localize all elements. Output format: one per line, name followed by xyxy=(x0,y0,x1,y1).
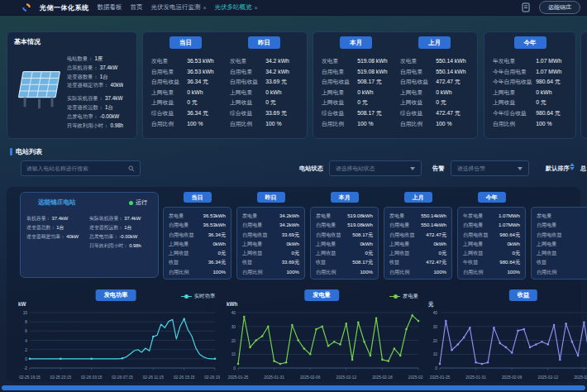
stat-label: 日等效利用小时： xyxy=(67,122,108,131)
y-axis-unit-label: kWh xyxy=(227,301,237,307)
horizontal-scrollbar[interactable] xyxy=(2,385,585,390)
stat-value: 0.98h xyxy=(110,122,123,131)
stat-value: 33.69元 xyxy=(282,230,299,239)
energy-chart: 发电量 发电量 kWh 4030201002025-01-252025-01-3… xyxy=(220,288,423,382)
stat-label: 上网电量 xyxy=(400,88,436,98)
menu-item-home[interactable]: 首页 xyxy=(131,3,143,12)
stat-label: 自用电量 xyxy=(400,67,436,77)
stat-label: 上网电量 xyxy=(316,239,336,248)
stat-label: 自用比例 xyxy=(463,267,483,276)
current-station-selector[interactable]: 远能锦庄 xyxy=(539,1,580,14)
station-status-select[interactable]: 请选择电站状态 xyxy=(329,160,422,176)
station-search-input[interactable] xyxy=(26,165,128,171)
stat-label: 收益 xyxy=(389,257,399,266)
stat-label: 上网电量 xyxy=(389,239,409,248)
alarm-filter-label: 告警 xyxy=(432,165,444,173)
svg-text:2025-01-31: 2025-01-31 xyxy=(264,375,284,380)
stat-row: 逆变器投运数：1台 xyxy=(67,103,123,112)
chevron-down-icon xyxy=(518,167,523,170)
stat-row: 上网电量0 kWh xyxy=(151,88,220,98)
close-icon[interactable]: × xyxy=(203,5,207,11)
stat-row: 今年自用电量1.07 MWh xyxy=(493,67,567,77)
svg-text:2: 2 xyxy=(25,348,27,352)
stat-row: 收益36.34元 xyxy=(169,257,226,266)
stat-label: 自用比例 xyxy=(316,267,336,276)
stat-value: 1台 xyxy=(100,73,108,82)
power-chart: 发电功率 实时功率 kW 1086420-202-25 19:1502-25 2… xyxy=(12,288,220,382)
stat-value: 100% xyxy=(433,267,446,276)
search-icon[interactable] xyxy=(128,165,135,172)
stat-row: 综合收益36.34 元 xyxy=(151,108,220,118)
stat-row: 上网电量0kWh xyxy=(316,239,373,248)
chart-legend[interactable]: 发电量 xyxy=(389,293,418,300)
stat-value: 1台 xyxy=(56,223,64,232)
stat-label: 自用电量 xyxy=(151,67,187,77)
stat-row: 自用比例100% xyxy=(463,267,520,276)
stat-value: 0 kWh xyxy=(536,88,551,98)
stat-label: 自用电收益 xyxy=(316,230,341,239)
stat-row: 自用比例100 % xyxy=(322,119,390,129)
period-stats-box: 发电量34.2kWh自用电量34.2kWh自用电收益33.69元上网电量0kWh… xyxy=(236,207,305,280)
stat-value: 519.08 kWh xyxy=(357,67,387,77)
stat-label: 电站数量： xyxy=(67,55,93,64)
stat-value: 36.53kWh xyxy=(203,220,226,229)
stat-value: 550.14 kWh xyxy=(436,56,465,66)
stat-label: 自用比例 xyxy=(230,119,265,129)
chart-legend[interactable]: 实时功率 xyxy=(181,293,215,300)
stat-value: 0 kWh xyxy=(187,88,203,98)
stat-label: 发电量 xyxy=(169,211,184,220)
stat-label: 自用电量 xyxy=(230,67,265,77)
menu-item-dashboard[interactable]: 数据看板 xyxy=(98,3,122,12)
app-logo-icon xyxy=(21,2,31,12)
period-stats-box: 年发电量1.07MWh自用电量1.07MWh自用电收益980.64元上网电量0k… xyxy=(457,207,526,280)
station-period-columns: 当日发电量36.53kWh自用电量36.53kWh自用电收益36.34元上网电量… xyxy=(163,192,587,280)
stat-label: 逆变器总数： xyxy=(26,223,55,232)
stat-label: 自用比例 xyxy=(537,267,556,276)
stat-row: 自用电收益980.64元 xyxy=(463,230,520,239)
stat-row: 发电量519.08kWh xyxy=(316,211,373,220)
period-pill: 当日 xyxy=(184,192,212,203)
stat-row: 上网收益0 元 xyxy=(322,98,390,108)
stat-row: 自用电收益36.34 元 xyxy=(151,77,220,87)
stat-row: 自用比例 xyxy=(537,267,587,276)
default-sort-label[interactable]: 默认排序 xyxy=(546,165,570,173)
stat-value: 100 % xyxy=(265,119,281,129)
document-icon[interactable] xyxy=(522,2,531,12)
stat-value: 0 元 xyxy=(187,98,197,108)
stat-value: 0元 xyxy=(513,248,520,257)
stat-row: 实际装机容量：37.4kW xyxy=(67,94,123,103)
stat-value: 36.53 kWh xyxy=(187,56,214,66)
line-chart-canvas: 4030201002025-01-252025-01-312025-02-062… xyxy=(422,308,587,382)
alarm-select[interactable]: 请选择告警 xyxy=(451,160,529,176)
stat-value: 1.07MWh xyxy=(499,220,520,229)
close-icon[interactable]: × xyxy=(255,5,258,11)
stat-row: 总发电功率：-0.00kW xyxy=(89,232,152,241)
stat-value: 100 % xyxy=(536,119,551,129)
sort-option-partial[interactable]: 总 xyxy=(580,165,586,173)
stat-row: 上网收益0 元 xyxy=(400,98,469,108)
stat-row: 发电量519.08 kWh xyxy=(322,56,390,66)
stat-value: 36.53kWh xyxy=(203,211,226,220)
stat-row: 逆变器额定功率：40kW xyxy=(67,81,123,90)
period-stats: 发电量519.08 kWh自用电量519.08 kWh自用电收益508.17 元… xyxy=(322,56,390,129)
svg-text:2025-02-06: 2025-02-06 xyxy=(502,375,523,380)
stat-row: 逆变器投运数：1台 xyxy=(89,223,152,232)
stat-value: 100% xyxy=(360,267,373,276)
sort-carets-icon[interactable] xyxy=(570,163,575,170)
station-info-card[interactable]: 远能锦庄电站 运行 装机容量：37.4kW逆变器总数：1台逆变器额定功率：40k… xyxy=(20,192,159,278)
svg-text:10: 10 xyxy=(433,352,438,356)
tab-pv-monitor[interactable]: 光伏发电运行监测 × xyxy=(151,3,207,12)
station-name-link[interactable]: 远能锦庄电站 xyxy=(38,198,76,207)
stat-row: 综合收益33.69 元 xyxy=(230,108,298,118)
tab-multi-station-overview[interactable]: 光伏多站概览 × xyxy=(215,3,258,12)
stat-row: 综合收益508.17 元 xyxy=(322,108,390,118)
chart-title-pill: 收益 xyxy=(509,289,537,301)
period-stats: 发电量34.2 kWh自用电量34.2 kWh自用电收益33.69 元上网电量0… xyxy=(230,56,298,129)
stat-label: 年发电量 xyxy=(493,56,536,66)
svg-text:02-26 11:15: 02-26 11:15 xyxy=(143,375,165,380)
stat-row: 上网电量0kWh xyxy=(169,239,226,248)
period-pill-holder xyxy=(531,192,587,203)
stat-value: 100 % xyxy=(187,119,203,129)
stat-row: 上网收益0元 xyxy=(242,248,299,257)
period-pill: 上月 xyxy=(404,192,432,203)
